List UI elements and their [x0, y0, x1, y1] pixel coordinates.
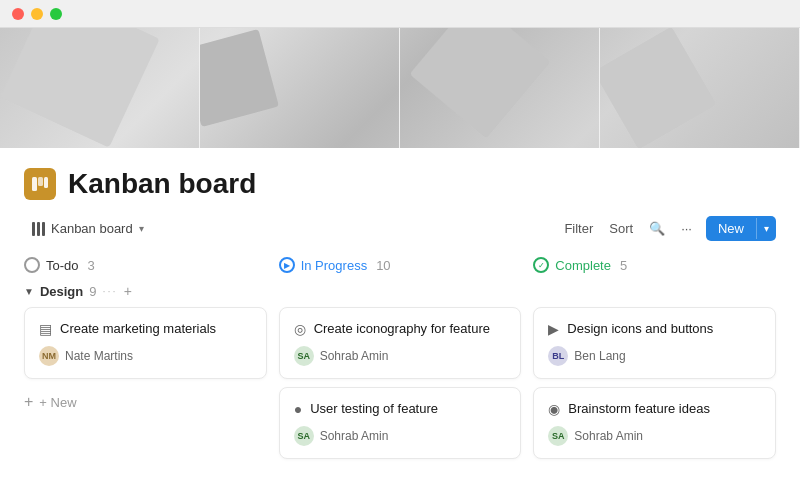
page-title-row: Kanban board — [24, 168, 776, 200]
avatar: SA — [548, 426, 568, 446]
col-header-todo: To-do 3 — [24, 257, 267, 273]
assignee-name: Sohrab Amin — [320, 429, 389, 443]
page-icon — [24, 168, 56, 200]
page-title: Kanban board — [68, 168, 256, 200]
card-title-row: ▤ Create marketing materials — [39, 320, 252, 338]
card-title: Brainstorm feature ideas — [568, 400, 710, 418]
view-switcher-button[interactable]: Kanban board ▾ — [24, 217, 152, 240]
avatar: SA — [294, 346, 314, 366]
kanban-column-headers: To-do 3 ▶ In Progress 10 ✓ Complete 5 — [24, 257, 776, 273]
col-header-inprogress: ▶ In Progress 10 — [279, 257, 522, 273]
banner-segment-3 — [400, 28, 600, 148]
column-complete: ▶ Design icons and buttons BL Ben Lang ◉… — [533, 307, 776, 467]
avatar: NM — [39, 346, 59, 366]
new-button-group: New ▾ — [706, 216, 776, 241]
kanban-group-design-row: ▼ Design 9 ··· + ▤ Create marketing mate… — [24, 283, 776, 467]
card-create-marketing: ▤ Create marketing materials NM Nate Mar… — [24, 307, 267, 379]
group-add-icon[interactable]: + — [124, 283, 132, 299]
assignee-name: Sohrab Amin — [574, 429, 643, 443]
group-count: 9 — [89, 284, 96, 299]
group-more-icon[interactable]: ··· — [102, 285, 117, 297]
chevron-down-icon: ▾ — [139, 223, 144, 234]
card-assignee: NM Nate Martins — [39, 346, 252, 366]
card-doc-icon: ▤ — [39, 321, 52, 337]
svg-rect-2 — [44, 177, 48, 188]
col-inprogress-label: In Progress — [301, 258, 367, 273]
svg-rect-0 — [32, 177, 37, 191]
avatar: BL — [548, 346, 568, 366]
assignee-name: Nate Martins — [65, 349, 133, 363]
card-user-icon: ● — [294, 401, 302, 417]
column-inprogress: ◎ Create iconography for feature SA Sohr… — [279, 307, 522, 467]
todo-status-icon — [24, 257, 40, 273]
page-content: Kanban board Kanban board ▾ Filter Sort … — [0, 148, 800, 467]
card-title-row: ▶ Design icons and buttons — [548, 320, 761, 338]
plus-icon: + — [24, 393, 33, 411]
card-brainstorm: ◉ Brainstorm feature ideas SA Sohrab Ami… — [533, 387, 776, 459]
kanban-body: ▤ Create marketing materials NM Nate Mar… — [24, 307, 776, 467]
sort-button[interactable]: Sort — [607, 217, 635, 240]
card-bulb-icon: ◉ — [548, 401, 560, 417]
group-header-design: ▼ Design 9 ··· + — [24, 283, 776, 299]
card-assignee: SA Sohrab Amin — [294, 346, 507, 366]
maximize-button[interactable] — [50, 8, 62, 20]
close-button[interactable] — [12, 8, 24, 20]
card-assignee: SA Sohrab Amin — [294, 426, 507, 446]
toolbar-right: Filter Sort 🔍 ··· New ▾ — [562, 216, 776, 241]
avatar: SA — [294, 426, 314, 446]
card-assignee: SA Sohrab Amin — [548, 426, 761, 446]
banner-segment-1 — [0, 28, 200, 148]
card-title: Design icons and buttons — [567, 320, 713, 338]
col-todo-label: To-do — [46, 258, 79, 273]
col-todo-count: 3 — [88, 258, 95, 273]
titlebar — [0, 0, 800, 28]
svg-rect-1 — [38, 177, 43, 186]
page-banner — [0, 28, 800, 148]
add-new-label: + New — [39, 395, 76, 410]
card-title-row: ◎ Create iconography for feature — [294, 320, 507, 338]
group-name: Design — [40, 284, 83, 299]
col-complete-count: 5 — [620, 258, 627, 273]
kanban-view-icon — [32, 222, 45, 236]
minimize-button[interactable] — [31, 8, 43, 20]
card-title-row: ◉ Brainstorm feature ideas — [548, 400, 761, 418]
assignee-name: Ben Lang — [574, 349, 625, 363]
card-play-icon: ▶ — [548, 321, 559, 337]
new-button-main[interactable]: New — [706, 216, 756, 241]
new-button-chevron[interactable]: ▾ — [756, 218, 776, 239]
card-circle-icon: ◎ — [294, 321, 306, 337]
toolbar-left: Kanban board ▾ — [24, 217, 152, 240]
banner-segment-4 — [600, 28, 800, 148]
group-toggle-icon[interactable]: ▼ — [24, 286, 34, 297]
card-design-icons: ▶ Design icons and buttons BL Ben Lang — [533, 307, 776, 379]
view-label: Kanban board — [51, 221, 133, 236]
filter-button[interactable]: Filter — [562, 217, 595, 240]
card-create-iconography: ◎ Create iconography for feature SA Sohr… — [279, 307, 522, 379]
col-inprogress-count: 10 — [376, 258, 390, 273]
more-options-button[interactable]: ··· — [679, 217, 694, 240]
card-assignee: BL Ben Lang — [548, 346, 761, 366]
search-button[interactable]: 🔍 — [647, 217, 667, 240]
assignee-name: Sohrab Amin — [320, 349, 389, 363]
add-new-todo-button[interactable]: + + New — [24, 387, 267, 417]
card-title: Create marketing materials — [60, 320, 216, 338]
toolbar: Kanban board ▾ Filter Sort 🔍 ··· New ▾ — [24, 216, 776, 241]
inprogress-status-icon: ▶ — [279, 257, 295, 273]
col-header-complete: ✓ Complete 5 — [533, 257, 776, 273]
card-user-testing: ● User testing of feature SA Sohrab Amin — [279, 387, 522, 459]
column-todo: ▤ Create marketing materials NM Nate Mar… — [24, 307, 267, 417]
banner-segment-2 — [200, 28, 400, 148]
complete-status-icon: ✓ — [533, 257, 549, 273]
card-title: User testing of feature — [310, 400, 438, 418]
card-title: Create iconography for feature — [314, 320, 490, 338]
col-complete-label: Complete — [555, 258, 611, 273]
card-title-row: ● User testing of feature — [294, 400, 507, 418]
